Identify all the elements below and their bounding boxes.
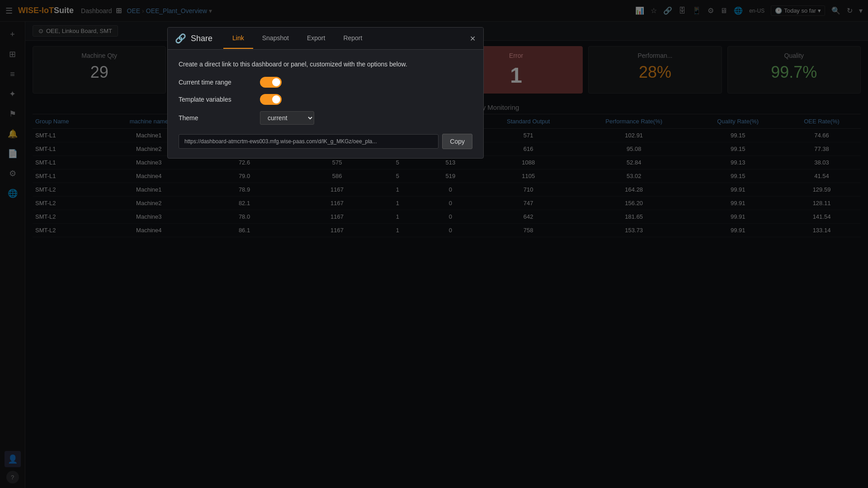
tab-snapshot[interactable]: Snapshot [253,28,298,49]
tab-link[interactable]: Link [223,28,253,49]
url-row: Copy [179,134,472,149]
theme-dropdown[interactable]: current dark light [260,111,314,125]
modal-tabs: Link Snapshot Export Report [223,28,371,49]
time-range-toggle[interactable] [260,77,282,88]
share-link-icon: 🔗 [175,33,186,44]
option-template-vars-label: Template variables [179,96,260,103]
option-time-range: Current time range [179,77,472,88]
modal-body: Create a direct link to this dashboard o… [168,50,483,158]
option-theme: Theme current dark light [179,111,472,125]
option-template-vars: Template variables [179,94,472,105]
tab-report[interactable]: Report [334,28,371,49]
modal-header: 🔗 Share Link Snapshot Export Report ✕ [168,28,483,50]
modal-title-area: 🔗 Share [168,28,220,49]
modal-close-button[interactable]: ✕ [467,33,478,44]
option-time-range-label: Current time range [179,79,260,86]
template-vars-toggle-slider [260,94,282,105]
share-modal: 🔗 Share Link Snapshot Export Report ✕ Cr… [167,27,484,159]
url-input[interactable] [179,134,439,149]
modal-title: Share [191,34,212,43]
option-theme-label: Theme [179,114,260,122]
copy-button[interactable]: Copy [442,134,472,149]
tab-export[interactable]: Export [298,28,334,49]
modal-description: Create a direct link to this dashboard o… [179,61,472,68]
time-range-toggle-slider [260,77,282,88]
template-vars-toggle[interactable] [260,94,282,105]
